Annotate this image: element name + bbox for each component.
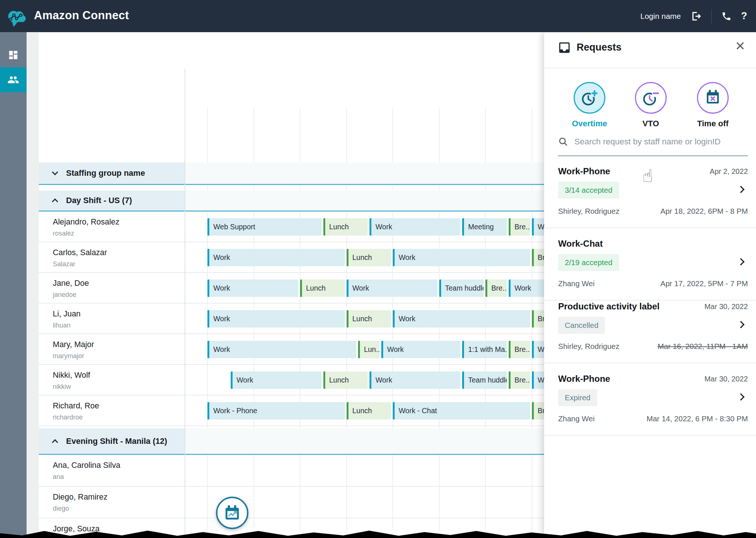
search-input[interactable] [574,137,740,147]
phone-icon[interactable] [721,11,732,21]
request-card-title: Work-Phone [558,166,610,177]
schedule-bar[interactable]: Work [207,249,345,266]
request-card[interactable]: Work-Chat2/19 acceptedZhang WeiApr 17, 2… [544,239,756,301]
schedule-bar[interactable]: Bre.. [509,371,530,389]
card-divider [544,363,756,363]
request-person: Zhang Wei [558,279,595,288]
schedule-bar[interactable]: Work [370,371,460,389]
day-shift-header-toggle[interactable]: Day Shift - US (7) [39,191,185,210]
employee-name: Alejandro, Rosalez [53,217,119,227]
request-time: Mar 14, 2022, 6 PM - 8:30 PM [646,414,748,423]
close-icon[interactable]: × [735,38,745,54]
dashboard-icon [8,49,19,61]
app-root: Today Day Mar 24, 2022 Staffing metrics:… [0,0,756,538]
status-badge: Expired [558,389,597,406]
request-card[interactable]: Work-PhoneMar 30, 2022ExpiredZhang WeiMa… [544,374,756,436]
schedule-bar[interactable]: Lunch [347,310,391,328]
schedule-bar[interactable]: 1:1 with Ma.. [462,341,507,358]
panel-title: Requests [577,42,622,53]
employee-login: janedoe [53,291,76,299]
employee-login: rosalez [53,230,74,237]
employee-name: Richard, Roe [53,401,99,411]
employee-name: Li, Juan [53,309,80,319]
schedule-bar[interactable]: Work [393,249,530,266]
request-card-date: Apr 2, 2022 [710,167,748,176]
employee-login: nikkiw [53,383,71,391]
request-person: Shirley, Rodriguez [558,342,619,351]
sidebar-item-dashboard[interactable] [0,42,27,68]
schedule-bar[interactable]: Web Support [207,218,322,236]
app-title: Amazon Connect [34,9,129,22]
action-circle [697,82,729,114]
schedule-bar[interactable]: Work [207,341,356,358]
staffing-group-header-toggle[interactable]: Staffing group name [39,162,185,184]
schedule-bar[interactable]: Work [231,371,322,389]
schedule-bar[interactable]: Team huddle [439,280,484,297]
employee-login: ana [53,473,64,481]
request-card-title: Work-Chat [558,239,603,249]
schedule-bar[interactable]: Work [207,280,298,297]
request-time: Apr 17, 2022, 5PM - 7 PM [660,279,748,288]
employee-name: Diego, Ramirez [53,493,107,502]
schedule-bar[interactable]: Lunch [347,402,391,419]
schedule-bar[interactable]: Work [381,341,461,358]
employee-name: Jane, Doe [53,279,89,288]
schedule-bar[interactable]: Lunch [300,280,345,297]
calendar-chart-icon [223,503,242,522]
request-card-date: Mar 30, 2022 [704,302,748,311]
help-icon[interactable]: ? [741,10,748,22]
search-icon [558,137,568,147]
panel-divider [544,68,756,68]
employee-name: Ana, Carolina Silva [53,461,120,470]
status-badge: 2/19 accepted [558,254,619,271]
schedule-bar[interactable]: Meeting [462,218,507,236]
schedule-bar[interactable]: Work [393,310,530,328]
card-divider [544,227,756,228]
schedule-bar[interactable]: Bre.. [485,280,507,297]
clock-plus-icon [580,88,599,107]
hand-cursor-icon: ☝ [642,165,653,186]
schedule-bar[interactable]: Lun.. [358,341,379,358]
people-icon [7,74,19,86]
evening-shift-header-toggle[interactable]: Evening Shift - Manila (12) [39,428,185,454]
schedule-bar[interactable]: Work - Chat [393,402,530,419]
chevron-right-icon[interactable] [737,321,745,328]
chevron-up-icon [52,198,58,205]
request-card-title: Productive activity label [558,301,660,312]
employee-name: Carlos, Salazar [53,248,107,257]
schedule-bar[interactable]: Bre.. [509,218,530,236]
status-badge: Cancelled [558,317,605,334]
request-card-date: Mar 30, 2022 [704,375,748,383]
request-time: Apr 18, 2022, 6PM - 8 PM [660,207,748,216]
schedule-bar[interactable]: Lunch [323,218,368,236]
action-circle [574,82,605,114]
search-underline [558,155,748,156]
requests-panel: Requests × Overtime VTO Time off Work-Ph… [544,32,756,538]
login-name[interactable]: Login name [640,12,681,21]
chevron-right-icon[interactable] [737,393,745,401]
chevron-right-icon[interactable] [737,258,745,265]
request-action-overtime[interactable]: Overtime [564,82,615,128]
schedule-bar[interactable]: Bre.. [509,341,530,358]
topbar: Amazon Connect Login name ? [0,0,756,32]
schedule-bar[interactable]: Work [207,310,345,328]
request-card[interactable]: Productive activity labelMar 30, 2022Can… [544,301,756,363]
schedule-bar[interactable]: Work [370,218,460,236]
chevron-up-icon [52,439,58,445]
request-person: Shirley, Rodriguez [558,207,619,216]
schedule-bar[interactable]: Work [347,280,437,297]
schedule-bar[interactable]: Work - Phone [207,402,345,419]
schedule-bar[interactable]: Lunch [347,249,391,266]
group-label: Evening Shift - Manila (12) [66,436,167,446]
request-action-time-off[interactable]: Time off [687,82,739,128]
schedule-bar[interactable]: Lunch [323,371,368,389]
schedule-bar[interactable]: Team huddle [462,371,507,389]
employee-login: richardroe [53,414,83,421]
request-action-vto[interactable]: VTO [625,82,677,128]
employee-login: diego [53,505,69,513]
schedule-insights-fab[interactable] [216,497,248,529]
column-separator [185,69,185,538]
logout-icon[interactable] [691,11,702,22]
chevron-right-icon[interactable] [737,186,745,193]
sidebar-item-staffing[interactable] [0,67,27,92]
